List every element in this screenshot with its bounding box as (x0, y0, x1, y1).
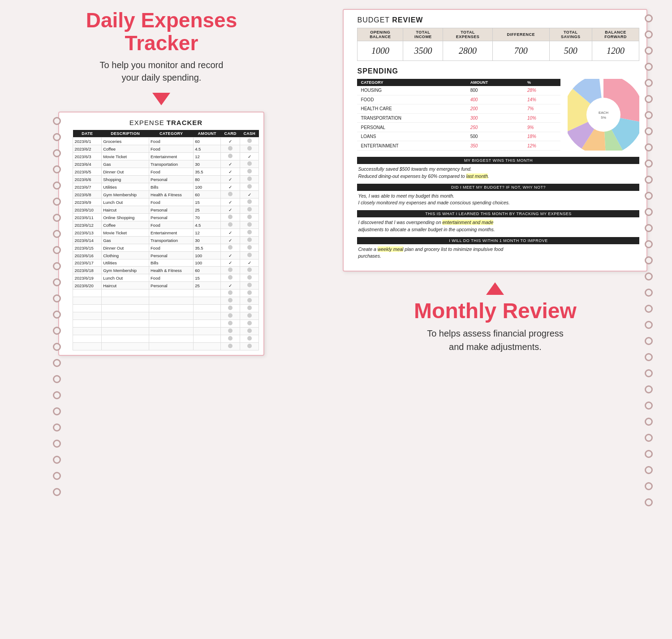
col-card: CARD (221, 130, 240, 138)
review-section-body: Create a weekly meal plan and grocery li… (357, 246, 639, 260)
spiral-ring (53, 327, 61, 335)
table-row: 2023/6/10 Haircut Personal 25 ✓ (73, 206, 259, 214)
svg-text:EACH: EACH (599, 111, 608, 115)
spending-row: HOUSING 800 28% (357, 86, 560, 95)
spiral-ring (53, 133, 61, 141)
table-row: 2023/6/19 Lunch Out Food 15 (73, 274, 259, 282)
spiral-ring (645, 63, 653, 71)
spiral-ring (645, 256, 653, 264)
spiral-ring (645, 272, 653, 281)
spending-col-category: CATEGORY (357, 79, 466, 86)
table-row: 2023/6/13 Movie Ticket Entertainment 12 … (73, 229, 259, 237)
spending-row: PERSONAL 250 9% (357, 123, 560, 132)
expense-tracker-notebook: EXPENSE TRACKER DATE DESCRIPTION CATEGOR… (58, 112, 264, 356)
table-row: 2023/6/2 Coffee Food 4.5 (73, 145, 259, 153)
spiral-ring (53, 230, 61, 238)
spiral-ring (53, 375, 61, 383)
spending-row: LOANS 500 18% (357, 132, 560, 141)
table-row: 2023/6/16 Clothing Personal 100 ✓ (73, 252, 259, 259)
daily-expenses-title: Daily ExpensesTracker (86, 9, 237, 54)
review-sections: MY BIGGEST WINS THIS MONTHSuccessfully s… (357, 157, 639, 260)
spiral-binding (53, 117, 61, 496)
budget-value-cell: 700 (492, 41, 549, 61)
table-row: 2023/6/18 Gym Membership Health & Fitnes… (73, 267, 259, 274)
empty-table-row (73, 328, 259, 335)
spiral-ring (645, 385, 653, 393)
col-description: DESCRIPTION (102, 130, 149, 138)
spiral-ring (53, 246, 61, 254)
budget-header-cell: TOTALEXPENSES (443, 28, 492, 41)
table-row: 2023/6/6 Shopping Personal 80 ✓ (73, 176, 259, 183)
spiral-ring (645, 305, 653, 313)
review-notebook: BUDGET REVIEW OPENINGBALANCETOTALINCOMET… (343, 9, 647, 272)
spiral-ring (645, 192, 653, 200)
table-row: 2023/6/8 Gym Membership Health & Fitness… (73, 191, 259, 199)
table-row: 2023/6/1 Groceries Food 60 ✓ (73, 138, 259, 145)
spending-table: CATEGORY AMOUNT % HOUSING 800 28% FOOD 4… (357, 79, 560, 151)
table-row: 2023/6/7 Utilities Bills 100 ✓ (73, 183, 259, 191)
spiral-ring (645, 143, 653, 151)
spiral-ring (53, 359, 61, 367)
review-section: I WILL DO THIS WITHIN 1 MONTH TO IMPROVE… (357, 237, 639, 260)
spending-col-pct: % (524, 79, 561, 86)
spiral-ring (645, 30, 653, 39)
col-amount: AMOUNT (194, 130, 221, 138)
table-row: 2023/6/14 Gas Transportation 30 ✓ (73, 237, 259, 244)
spending-row: FOOD 400 14% (357, 95, 560, 104)
left-column: Daily ExpensesTracker To help you monito… (9, 9, 314, 356)
spending-row: ENTERTAINMENT 350 12% (357, 141, 560, 151)
review-line: I closely monitored my expenses and made… (358, 199, 638, 207)
budget-value-cell: 1000 (358, 41, 403, 61)
budget-header-cell: BALANCEFORWARD (592, 28, 639, 41)
table-row: 2023/6/4 Gas Transportation 30 ✓ (73, 160, 259, 168)
spiral-ring (645, 47, 653, 55)
spiral-ring (53, 117, 61, 125)
spiral-ring (645, 353, 653, 361)
spiral-ring (53, 262, 61, 270)
review-section-header: THIS IS WHAT I LEARNED THIS MONTH BY TRA… (357, 210, 639, 217)
spiral-ring (53, 423, 61, 432)
empty-table-row (73, 289, 259, 297)
spiral-ring (53, 343, 61, 351)
monthly-review-subtitle: To helps assess financial progress and m… (414, 327, 577, 354)
table-row: 2023/6/15 Dinner Out Food 35.5 (73, 244, 259, 252)
spiral-ring (645, 434, 653, 442)
budget-review-title: BUDGET REVIEW (357, 16, 639, 24)
review-section-body: Yes, I was able to meet my budget this m… (357, 193, 639, 207)
expense-table: DATE DESCRIPTION CATEGORY AMOUNT CARD CA… (73, 130, 259, 350)
tracker-title: EXPENSE TRACKER (73, 119, 259, 126)
budget-value-cell: 2800 (443, 41, 492, 61)
spending-col-amount: AMOUNT (467, 79, 524, 86)
review-line: Yes, I was able to meet my budget this m… (358, 193, 638, 200)
review-section-header: DID I MEET MY BUDGET? IF NOT, WHY NOT? (357, 184, 639, 191)
empty-table-row (73, 335, 259, 343)
arrow-up-icon (486, 282, 504, 295)
table-row: 2023/6/17 Utilities Bills 100 ✓ ✓ (73, 259, 259, 267)
table-row: 2023/6/12 Coffee Food 4.5 (73, 221, 259, 229)
empty-table-row (73, 297, 259, 305)
spiral-ring (645, 208, 653, 216)
spiral-ring (53, 214, 61, 222)
spiral-ring (53, 311, 61, 319)
spiral-ring (645, 482, 653, 490)
review-line: I discovered that I was overspending on … (358, 219, 638, 226)
spiral-ring (645, 289, 653, 297)
budget-header-cell: TOTALSAVINGS (549, 28, 592, 41)
spiral-ring (645, 369, 653, 377)
review-line: purchases. (358, 253, 638, 260)
table-row: 2023/6/20 Haircut Personal 25 ✓ (73, 282, 259, 289)
spiral-ring (645, 160, 653, 168)
svg-point-7 (586, 98, 620, 132)
budget-value-cell: 1200 (592, 41, 639, 61)
spiral-ring (645, 240, 653, 248)
review-line: Create a weekly meal plan and grocery li… (358, 246, 638, 253)
spiral-ring (645, 176, 653, 184)
review-spiral (645, 14, 653, 506)
empty-table-row (73, 320, 259, 328)
col-date: DATE (73, 130, 102, 138)
spiral-ring (53, 165, 61, 173)
spiral-ring (53, 181, 61, 190)
table-row: 2023/6/5 Dinner Out Food 35.5 ✓ (73, 168, 259, 176)
spending-row: HEALTH CARE 200 7% (357, 104, 560, 114)
review-line: Successfully saved $500 towards my emerg… (358, 166, 638, 173)
